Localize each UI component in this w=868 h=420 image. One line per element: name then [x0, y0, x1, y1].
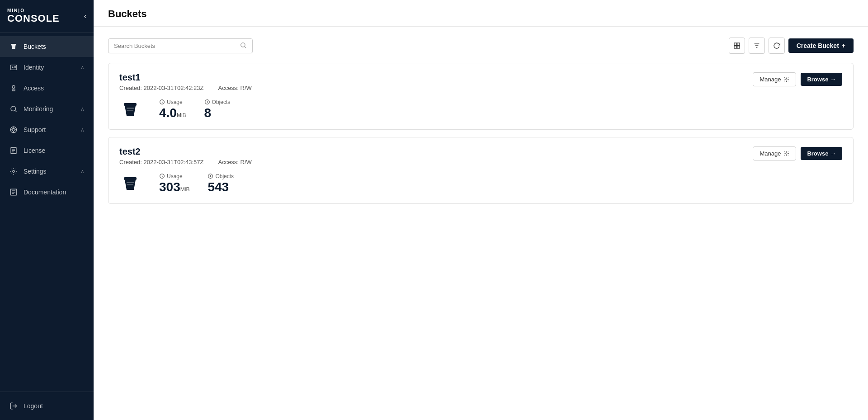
bucket-icon-test2 — [119, 173, 141, 194]
svg-rect-48 — [127, 184, 133, 185]
chevron-up-icon-settings: ∧ — [80, 168, 85, 175]
monitoring-icon — [9, 104, 18, 113]
documentation-icon — [9, 188, 18, 197]
manage-button-test1[interactable]: Manage — [753, 72, 796, 86]
sidebar-collapse-button[interactable]: ‹ — [84, 12, 86, 20]
svg-point-26 — [241, 42, 245, 47]
manage-gear-icon — [783, 76, 789, 82]
main-area: Buckets — [94, 0, 868, 420]
create-bucket-plus-icon: + — [842, 42, 845, 49]
license-icon — [9, 146, 18, 155]
bucket-card-test2: test2 Created: 2022-03-31T02:43:57Z Acce… — [108, 137, 854, 204]
search-input[interactable] — [114, 42, 236, 49]
bucket-name-test1: test1 — [119, 72, 252, 83]
svg-rect-38 — [127, 108, 134, 109]
browse-button-test2[interactable]: Browse → — [801, 147, 842, 160]
svg-rect-29 — [737, 43, 739, 45]
sidebar-item-documentation[interactable]: Documentation — [0, 182, 94, 203]
objects-icon — [204, 99, 210, 105]
svg-rect-28 — [734, 43, 736, 45]
objects-label-test2: Objects — [208, 173, 234, 179]
bucket-actions-test2: Manage Browse → — [753, 146, 842, 160]
chevron-up-icon-monitoring: ∧ — [80, 106, 85, 112]
svg-point-11 — [12, 128, 15, 131]
usage-value-test2: 303MiB — [159, 180, 189, 194]
main-header: Buckets — [94, 0, 868, 27]
sidebar-item-monitoring[interactable]: Monitoring ∧ — [0, 99, 94, 119]
sidebar-item-label-settings: Settings — [24, 168, 75, 175]
buckets-icon — [9, 42, 18, 51]
sidebar-item-logout[interactable]: Logout — [0, 396, 94, 416]
create-bucket-button[interactable]: Create Bucket + — [788, 38, 854, 53]
sidebar-item-label-buckets: Buckets — [24, 43, 85, 50]
sidebar-item-label-monitoring: Monitoring — [24, 105, 75, 113]
sidebar-item-buckets[interactable]: Buckets — [0, 36, 94, 57]
svg-point-44 — [786, 153, 787, 154]
usage-label-test2: Usage — [159, 173, 189, 179]
svg-rect-0 — [11, 44, 16, 45]
svg-line-27 — [245, 47, 246, 48]
bucket-actions-test1: Manage Browse → — [753, 72, 842, 86]
objects-stat-test2: Objects 543 — [208, 173, 234, 194]
objects-value-test2: 543 — [208, 180, 234, 194]
svg-rect-36 — [124, 103, 137, 106]
svg-rect-30 — [734, 46, 736, 48]
clock-icon — [159, 173, 165, 179]
usage-label-test1: Usage — [159, 99, 186, 105]
sidebar-item-license[interactable]: License — [0, 140, 94, 161]
identity-icon — [9, 63, 18, 72]
stats-row-test2: Usage 303MiB Objects 5 — [159, 173, 234, 194]
sidebar-nav: Buckets Identity ∧ — [0, 33, 94, 392]
svg-point-20 — [13, 170, 15, 173]
support-icon — [9, 125, 18, 134]
usage-unit-test2: MiB — [180, 186, 190, 193]
objects-icon — [208, 173, 213, 179]
sidebar-item-settings[interactable]: Settings ∧ — [0, 161, 94, 182]
logo: MIN|OCONSOLE — [7, 8, 60, 24]
bucket-name-test2: test2 — [119, 146, 252, 157]
refresh-button[interactable] — [769, 38, 785, 54]
settings-icon — [9, 167, 18, 176]
usage-stat-test1: Usage 4.0MiB — [159, 99, 186, 120]
manage-gear-icon — [783, 151, 789, 156]
manage-button-test2[interactable]: Manage — [753, 146, 796, 160]
svg-line-9 — [15, 111, 16, 112]
svg-rect-31 — [737, 46, 739, 48]
svg-point-2 — [12, 66, 14, 68]
sidebar-item-label-identity: Identity — [24, 64, 75, 71]
filter-button[interactable] — [749, 38, 765, 54]
sidebar-bottom: Logout — [0, 392, 94, 420]
bucket-header-test1: test1 Created: 2022-03-31T02:42:23Z Acce… — [119, 72, 842, 91]
chevron-up-icon: ∧ — [80, 64, 85, 71]
bucket-icon-test1 — [119, 99, 141, 120]
bucket-access-test2: Access: R/W — [218, 159, 251, 165]
sidebar-item-label-documentation: Documentation — [24, 189, 85, 196]
browse-button-test1[interactable]: Browse → — [801, 73, 842, 86]
stats-row-test1: Usage 4.0MiB Objects 8 — [159, 99, 230, 120]
svg-rect-39 — [127, 110, 133, 111]
sidebar-item-label-access: Access — [24, 85, 85, 92]
toolbar: Create Bucket + — [108, 38, 854, 54]
clock-icon — [159, 99, 165, 105]
bucket-access-test1: Access: R/W — [218, 85, 251, 91]
logout-icon — [9, 401, 18, 411]
grid-view-button[interactable] — [729, 38, 745, 54]
chevron-up-icon-support: ∧ — [80, 127, 85, 133]
sidebar-item-support[interactable]: Support ∧ — [0, 119, 94, 140]
svg-rect-1 — [10, 65, 17, 70]
search-box — [108, 38, 253, 53]
sidebar: MIN|OCONSOLE ‹ Buckets — [0, 0, 94, 420]
access-icon — [9, 84, 18, 93]
usage-unit-test1: MiB — [177, 112, 186, 118]
bucket-shape-icon — [120, 99, 140, 119]
bucket-list: test1 Created: 2022-03-31T02:42:23Z Acce… — [108, 63, 854, 204]
svg-point-35 — [786, 79, 787, 80]
sidebar-item-label-support: Support — [24, 126, 75, 133]
bucket-created-test2: Created: 2022-03-31T02:43:57Z — [119, 159, 203, 165]
bucket-meta-test1: Created: 2022-03-31T02:42:23Z Access: R/… — [119, 85, 252, 91]
page-title: Buckets — [108, 8, 854, 20]
sidebar-item-identity[interactable]: Identity ∧ — [0, 57, 94, 78]
sidebar-item-access[interactable]: Access — [0, 78, 94, 99]
search-icon[interactable] — [240, 42, 247, 50]
sidebar-logo-area: MIN|OCONSOLE ‹ — [0, 0, 94, 33]
